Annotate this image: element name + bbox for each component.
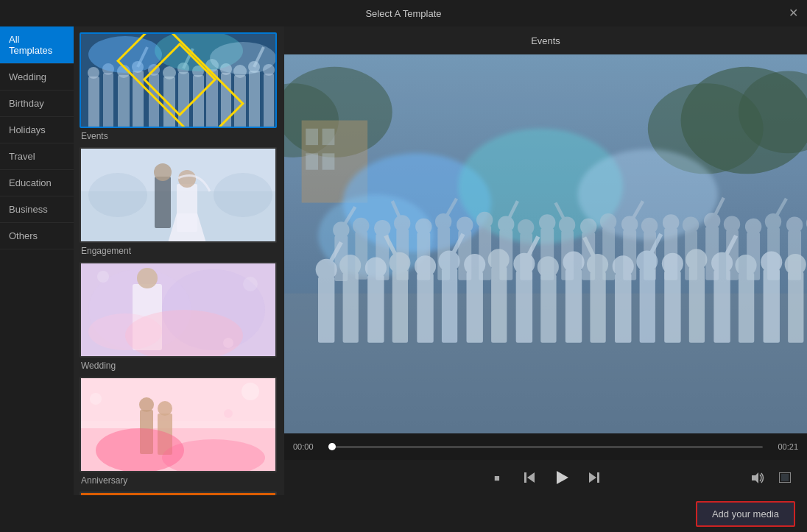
- main-content: All Templates Wedding Birthday Holidays …: [0, 26, 807, 495]
- template-item-events[interactable]: Events: [80, 32, 278, 141]
- sidebar-item-birthday[interactable]: Birthday: [0, 91, 74, 117]
- svg-point-19: [192, 65, 204, 77]
- time-total: 00:21: [769, 442, 798, 451]
- stop-button[interactable]: ■: [487, 467, 507, 488]
- svg-point-60: [139, 397, 154, 412]
- svg-rect-38: [155, 177, 171, 228]
- svg-rect-29: [264, 74, 274, 128]
- svg-rect-207: [597, 472, 599, 483]
- svg-point-12: [148, 64, 160, 76]
- template-label-wedding: Wedding: [80, 361, 278, 371]
- template-thumb-engagement[interactable]: [80, 147, 277, 243]
- add-media-button[interactable]: Add your media: [696, 501, 795, 527]
- svg-point-50: [137, 268, 158, 288]
- preview-video: [284, 54, 807, 433]
- svg-point-62: [158, 401, 172, 416]
- sidebar-item-wedding[interactable]: Wedding: [0, 64, 74, 91]
- svg-rect-11: [149, 74, 159, 128]
- play-button[interactable]: [551, 467, 572, 488]
- svg-marker-208: [752, 472, 758, 483]
- preview-title: Events: [531, 35, 560, 46]
- time-current: 00:00: [293, 442, 323, 451]
- svg-point-55: [223, 338, 233, 348]
- svg-point-54: [243, 277, 258, 291]
- sidebar-item-education[interactable]: Education: [0, 170, 74, 196]
- select-template-dialog: Select A Template ✕ All Templates Weddin…: [0, 0, 807, 532]
- progress-track[interactable]: [328, 446, 763, 448]
- svg-point-67: [224, 409, 233, 418]
- controls-bar: 00:00 00:21: [284, 433, 807, 460]
- svg-point-42: [178, 170, 196, 188]
- sidebar-item-business[interactable]: Business: [0, 196, 74, 223]
- prev-button[interactable]: [519, 467, 540, 488]
- svg-rect-8: [133, 71, 144, 128]
- template-item-engagement[interactable]: Engagement: [80, 147, 278, 256]
- svg-rect-26: [249, 71, 260, 128]
- template-item-birthday[interactable]: Birthday: [80, 492, 278, 495]
- title-bar: Select A Template ✕: [0, 0, 807, 26]
- svg-point-3: [88, 67, 99, 79]
- svg-point-43: [88, 173, 147, 217]
- svg-marker-206: [589, 472, 596, 483]
- svg-rect-210: [781, 474, 789, 481]
- svg-point-53: [97, 271, 109, 283]
- svg-rect-18: [193, 75, 204, 128]
- svg-rect-15: [178, 72, 189, 128]
- svg-rect-24: [234, 75, 246, 128]
- dialog-title: Select A Template: [365, 8, 441, 19]
- svg-line-17: [183, 49, 193, 68]
- svg-point-16: [177, 63, 189, 74]
- svg-marker-205: [557, 471, 568, 484]
- svg-rect-13: [163, 77, 175, 128]
- svg-point-14: [163, 66, 176, 79]
- svg-point-65: [242, 383, 259, 400]
- svg-rect-204: [524, 472, 526, 483]
- template-label-anniversary: Anniversary: [80, 475, 278, 486]
- next-button[interactable]: [584, 467, 605, 488]
- svg-point-66: [90, 393, 102, 405]
- svg-rect-2: [88, 77, 99, 128]
- svg-rect-69: [81, 493, 275, 495]
- svg-point-44: [214, 173, 272, 217]
- svg-point-33: [210, 42, 275, 74]
- svg-line-10: [138, 47, 147, 67]
- template-item-anniversary[interactable]: Anniversary: [80, 377, 278, 486]
- svg-rect-4: [103, 73, 113, 128]
- preview-title-bar: Events: [284, 26, 807, 54]
- svg-rect-22: [221, 73, 231, 128]
- preview-area: Events: [284, 26, 807, 495]
- svg-rect-202: [284, 54, 807, 433]
- svg-point-52: [88, 313, 162, 350]
- sidebar: All Templates Wedding Birthday Holidays …: [0, 26, 74, 495]
- svg-rect-6: [118, 75, 130, 128]
- fullscreen-button[interactable]: [775, 467, 795, 488]
- close-button[interactable]: ✕: [789, 7, 798, 19]
- template-thumb-anniversary[interactable]: [80, 377, 277, 472]
- svg-point-31: [88, 36, 162, 73]
- sidebar-item-holidays[interactable]: Holidays: [0, 117, 74, 143]
- volume-button[interactable]: [748, 467, 769, 488]
- sidebar-item-others[interactable]: Others: [0, 223, 74, 249]
- sidebar-item-all-templates[interactable]: All Templates: [0, 26, 74, 64]
- template-thumb-birthday[interactable]: [80, 492, 277, 495]
- progress-dot[interactable]: [328, 443, 336, 450]
- template-item-wedding[interactable]: Wedding: [80, 262, 278, 371]
- template-thumb-events[interactable]: [80, 32, 277, 128]
- bottom-bar: Add your media: [0, 495, 807, 532]
- sidebar-item-travel[interactable]: Travel: [0, 143, 74, 170]
- template-label-engagement: Engagement: [80, 246, 278, 256]
- template-list[interactable]: Events: [74, 26, 284, 495]
- svg-rect-20: [206, 69, 218, 128]
- template-label-events: Events: [80, 131, 278, 141]
- template-thumb-wedding[interactable]: [80, 262, 277, 358]
- svg-marker-203: [527, 472, 535, 483]
- svg-point-9: [132, 61, 144, 73]
- player-controls: ■: [284, 460, 807, 495]
- svg-point-39: [154, 163, 172, 181]
